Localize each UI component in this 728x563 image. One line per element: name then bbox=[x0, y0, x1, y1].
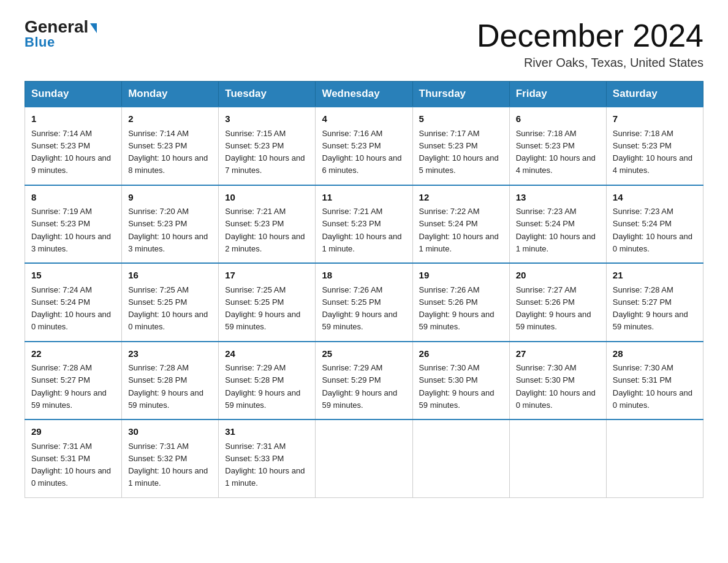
day-number: 24 bbox=[225, 347, 309, 361]
day-header-saturday: Saturday bbox=[606, 82, 703, 107]
day-number: 18 bbox=[322, 269, 406, 283]
calendar-day-cell: 16 Sunrise: 7:25 AMSunset: 5:25 PMDaylig… bbox=[122, 263, 219, 342]
day-info: Sunrise: 7:25 AMSunset: 5:25 PMDaylight:… bbox=[128, 285, 208, 332]
calendar-day-cell: 12 Sunrise: 7:22 AMSunset: 5:24 PMDaylig… bbox=[412, 185, 509, 264]
day-number: 31 bbox=[225, 425, 309, 439]
day-info: Sunrise: 7:31 AMSunset: 5:31 PMDaylight:… bbox=[31, 442, 111, 488]
day-info: Sunrise: 7:29 AMSunset: 5:29 PMDaylight:… bbox=[322, 363, 397, 410]
calendar-day-cell: 28 Sunrise: 7:30 AMSunset: 5:31 PMDaylig… bbox=[606, 342, 703, 420]
day-header-sunday: Sunday bbox=[25, 82, 122, 107]
calendar-day-cell: 15 Sunrise: 7:24 AMSunset: 5:24 PMDaylig… bbox=[25, 263, 122, 342]
day-number: 7 bbox=[613, 112, 697, 126]
day-info: Sunrise: 7:21 AMSunset: 5:23 PMDaylight:… bbox=[322, 207, 401, 253]
calendar-day-cell: 6 Sunrise: 7:18 AMSunset: 5:23 PMDayligh… bbox=[509, 107, 606, 185]
day-info: Sunrise: 7:23 AMSunset: 5:24 PMDaylight:… bbox=[613, 207, 692, 253]
day-info: Sunrise: 7:16 AMSunset: 5:23 PMDaylight:… bbox=[322, 129, 401, 175]
day-header-friday: Friday bbox=[509, 82, 606, 107]
calendar-day-cell: 13 Sunrise: 7:23 AMSunset: 5:24 PMDaylig… bbox=[509, 185, 606, 264]
day-info: Sunrise: 7:28 AMSunset: 5:27 PMDaylight:… bbox=[31, 363, 107, 410]
day-info: Sunrise: 7:28 AMSunset: 5:28 PMDaylight:… bbox=[128, 363, 203, 410]
day-info: Sunrise: 7:31 AMSunset: 5:32 PMDaylight:… bbox=[128, 442, 208, 488]
calendar-header-row: SundayMondayTuesdayWednesdayThursdayFrid… bbox=[25, 82, 703, 107]
day-info: Sunrise: 7:26 AMSunset: 5:25 PMDaylight:… bbox=[322, 285, 397, 332]
day-number: 1 bbox=[31, 112, 115, 126]
day-info: Sunrise: 7:30 AMSunset: 5:31 PMDaylight:… bbox=[613, 363, 692, 410]
calendar-day-cell: 2 Sunrise: 7:14 AMSunset: 5:23 PMDayligh… bbox=[122, 107, 219, 185]
calendar-day-cell: 18 Sunrise: 7:26 AMSunset: 5:25 PMDaylig… bbox=[316, 263, 412, 342]
calendar-table: SundayMondayTuesdayWednesdayThursdayFrid… bbox=[25, 81, 703, 498]
day-header-wednesday: Wednesday bbox=[316, 82, 412, 107]
logo-text: General bbox=[25, 18, 97, 36]
calendar-subtitle: River Oaks, Texas, United States bbox=[477, 56, 703, 70]
day-info: Sunrise: 7:19 AMSunset: 5:23 PMDaylight:… bbox=[31, 207, 111, 253]
calendar-day-cell: 3 Sunrise: 7:15 AMSunset: 5:23 PMDayligh… bbox=[219, 107, 316, 185]
calendar-day-cell: 23 Sunrise: 7:28 AMSunset: 5:28 PMDaylig… bbox=[122, 342, 219, 420]
calendar-day-cell: 21 Sunrise: 7:28 AMSunset: 5:27 PMDaylig… bbox=[606, 263, 703, 342]
empty-cell bbox=[316, 419, 412, 497]
empty-cell bbox=[412, 419, 509, 497]
day-info: Sunrise: 7:20 AMSunset: 5:23 PMDaylight:… bbox=[128, 207, 208, 253]
day-info: Sunrise: 7:28 AMSunset: 5:27 PMDaylight:… bbox=[613, 285, 688, 332]
calendar-day-cell: 31 Sunrise: 7:31 AMSunset: 5:33 PMDaylig… bbox=[219, 419, 316, 497]
day-number: 25 bbox=[322, 347, 406, 361]
page-header: General Blue December 2024 River Oaks, T… bbox=[25, 18, 703, 70]
empty-cell bbox=[606, 419, 703, 497]
day-number: 5 bbox=[419, 112, 503, 126]
day-number: 4 bbox=[322, 112, 406, 126]
day-number: 15 bbox=[31, 269, 115, 283]
calendar-day-cell: 27 Sunrise: 7:30 AMSunset: 5:30 PMDaylig… bbox=[509, 342, 606, 420]
day-number: 2 bbox=[128, 112, 212, 126]
day-number: 3 bbox=[225, 112, 309, 126]
day-header-monday: Monday bbox=[122, 82, 219, 107]
day-info: Sunrise: 7:27 AMSunset: 5:26 PMDaylight:… bbox=[516, 285, 591, 332]
day-info: Sunrise: 7:23 AMSunset: 5:24 PMDaylight:… bbox=[516, 207, 596, 253]
day-number: 20 bbox=[516, 269, 600, 283]
day-number: 14 bbox=[613, 191, 697, 205]
day-info: Sunrise: 7:22 AMSunset: 5:24 PMDaylight:… bbox=[419, 207, 499, 253]
day-info: Sunrise: 7:15 AMSunset: 5:23 PMDaylight:… bbox=[225, 129, 305, 175]
calendar-week-row: 15 Sunrise: 7:24 AMSunset: 5:24 PMDaylig… bbox=[25, 263, 703, 342]
day-number: 9 bbox=[128, 191, 212, 205]
day-info: Sunrise: 7:30 AMSunset: 5:30 PMDaylight:… bbox=[516, 363, 596, 410]
day-number: 22 bbox=[31, 347, 115, 361]
day-info: Sunrise: 7:30 AMSunset: 5:30 PMDaylight:… bbox=[419, 363, 495, 410]
empty-cell bbox=[509, 419, 606, 497]
calendar-day-cell: 1 Sunrise: 7:14 AMSunset: 5:23 PMDayligh… bbox=[25, 107, 122, 185]
day-number: 16 bbox=[128, 269, 212, 283]
calendar-day-cell: 14 Sunrise: 7:23 AMSunset: 5:24 PMDaylig… bbox=[606, 185, 703, 264]
calendar-day-cell: 8 Sunrise: 7:19 AMSunset: 5:23 PMDayligh… bbox=[25, 185, 122, 264]
calendar-day-cell: 7 Sunrise: 7:18 AMSunset: 5:23 PMDayligh… bbox=[606, 107, 703, 185]
calendar-day-cell: 19 Sunrise: 7:26 AMSunset: 5:26 PMDaylig… bbox=[412, 263, 509, 342]
calendar-week-row: 29 Sunrise: 7:31 AMSunset: 5:31 PMDaylig… bbox=[25, 419, 703, 497]
calendar-week-row: 1 Sunrise: 7:14 AMSunset: 5:23 PMDayligh… bbox=[25, 107, 703, 185]
day-number: 21 bbox=[613, 269, 697, 283]
calendar-day-cell: 11 Sunrise: 7:21 AMSunset: 5:23 PMDaylig… bbox=[316, 185, 412, 264]
day-number: 8 bbox=[31, 191, 115, 205]
calendar-day-cell: 24 Sunrise: 7:29 AMSunset: 5:28 PMDaylig… bbox=[219, 342, 316, 420]
day-info: Sunrise: 7:21 AMSunset: 5:23 PMDaylight:… bbox=[225, 207, 305, 253]
day-header-tuesday: Tuesday bbox=[219, 82, 316, 107]
calendar-week-row: 22 Sunrise: 7:28 AMSunset: 5:27 PMDaylig… bbox=[25, 342, 703, 420]
day-info: Sunrise: 7:14 AMSunset: 5:23 PMDaylight:… bbox=[31, 129, 111, 175]
title-block: December 2024 River Oaks, Texas, United … bbox=[477, 18, 703, 70]
calendar-day-cell: 4 Sunrise: 7:16 AMSunset: 5:23 PMDayligh… bbox=[316, 107, 412, 185]
calendar-title: December 2024 bbox=[477, 18, 703, 53]
day-number: 23 bbox=[128, 347, 212, 361]
day-number: 13 bbox=[516, 191, 600, 205]
calendar-day-cell: 5 Sunrise: 7:17 AMSunset: 5:23 PMDayligh… bbox=[412, 107, 509, 185]
calendar-day-cell: 9 Sunrise: 7:20 AMSunset: 5:23 PMDayligh… bbox=[122, 185, 219, 264]
day-number: 30 bbox=[128, 425, 212, 439]
day-number: 6 bbox=[516, 112, 600, 126]
logo: General Blue bbox=[25, 18, 97, 50]
logo-sub: Blue bbox=[25, 34, 55, 50]
day-info: Sunrise: 7:31 AMSunset: 5:33 PMDaylight:… bbox=[225, 442, 305, 488]
day-number: 19 bbox=[419, 269, 503, 283]
day-number: 17 bbox=[225, 269, 309, 283]
day-info: Sunrise: 7:18 AMSunset: 5:23 PMDaylight:… bbox=[613, 129, 692, 175]
day-info: Sunrise: 7:26 AMSunset: 5:26 PMDaylight:… bbox=[419, 285, 495, 332]
day-number: 12 bbox=[419, 191, 503, 205]
day-info: Sunrise: 7:24 AMSunset: 5:24 PMDaylight:… bbox=[31, 285, 111, 332]
day-info: Sunrise: 7:29 AMSunset: 5:28 PMDaylight:… bbox=[225, 363, 300, 410]
day-number: 26 bbox=[419, 347, 503, 361]
calendar-day-cell: 10 Sunrise: 7:21 AMSunset: 5:23 PMDaylig… bbox=[219, 185, 316, 264]
